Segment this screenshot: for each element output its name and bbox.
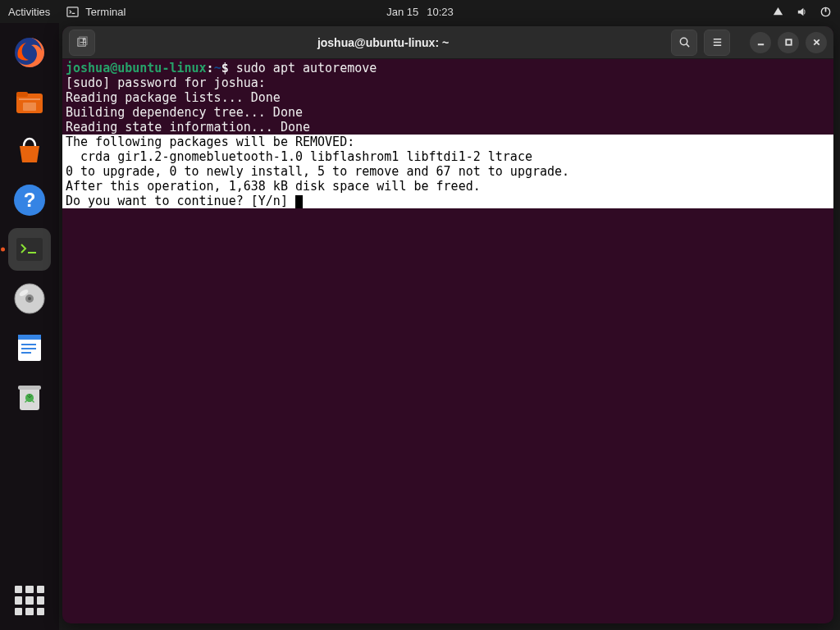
window-title: joshua@ubuntu-linux: ~ [102,36,664,49]
app-name-label: Terminal [85,6,126,18]
network-icon[interactable] [772,6,784,18]
svg-point-27 [680,38,687,44]
svg-rect-7 [23,103,36,111]
terminal-body[interactable]: joshua@ubuntu-linux:~$ sudo apt autoremo… [62,59,833,623]
dock-terminal[interactable] [8,228,51,271]
dock-help[interactable]: ? [8,179,51,221]
dock-firefox[interactable] [8,31,51,74]
dock-software[interactable] [8,130,51,172]
svg-rect-33 [786,39,791,44]
titlebar: joshua@ubuntu-linux: ~ [62,26,833,59]
dock-trash[interactable] [8,376,51,418]
dock-files[interactable] [8,80,51,123]
svg-rect-10 [16,238,43,261]
clock[interactable]: Jan 15 10:23 [386,6,454,18]
power-icon[interactable] [819,6,832,18]
minimize-button[interactable] [750,32,771,53]
close-button[interactable] [806,32,827,53]
show-applications[interactable] [15,586,44,615]
svg-rect-17 [18,335,41,340]
svg-rect-6 [19,98,40,100]
time-label: 10:23 [427,6,454,18]
new-tab-button[interactable] [69,30,95,56]
svg-rect-22 [18,386,41,390]
terminal-window: joshua@ubuntu-linux: ~ joshua@ubuntu-lin… [62,26,833,623]
svg-point-14 [28,297,31,300]
dock-texteditor[interactable] [8,326,51,369]
dock: ? [0,23,59,630]
svg-line-28 [686,44,688,47]
svg-rect-5 [16,92,28,97]
top-panel: Activities Terminal Jan 15 10:23 [0,0,840,23]
volume-icon[interactable] [796,6,808,18]
maximize-button[interactable] [778,32,799,53]
activities-button[interactable]: Activities [8,6,50,18]
svg-rect-0 [67,7,78,16]
date-label: Jan 15 [386,6,418,18]
search-button[interactable] [671,30,697,56]
dock-disk[interactable] [8,277,51,320]
svg-text:?: ? [24,189,36,211]
terminal-icon [66,6,79,18]
app-menu[interactable]: Terminal [66,6,126,18]
hamburger-menu[interactable] [704,30,730,56]
